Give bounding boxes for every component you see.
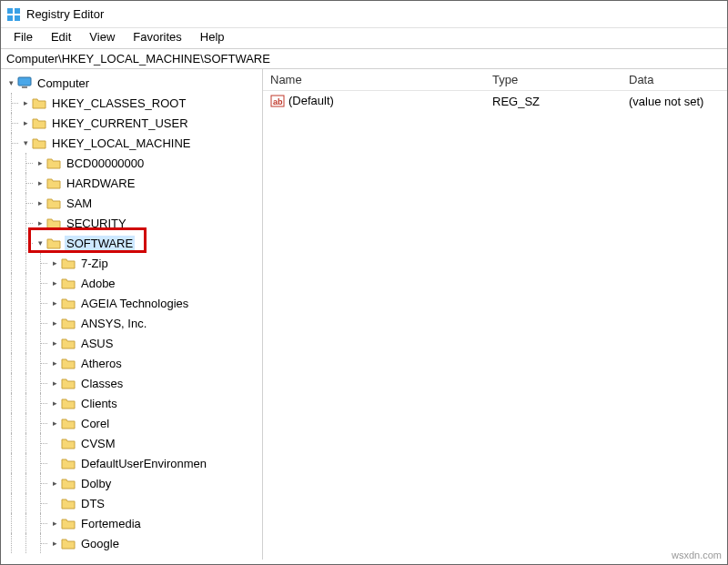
list-pane[interactable]: Name Type Data ab (Default) REG_SZ (valu…	[263, 69, 727, 560]
svg-rect-5	[22, 86, 27, 88]
window-title: Registry Editor	[26, 7, 104, 21]
folder-icon	[46, 236, 61, 250]
tree-pane[interactable]: ▾ Computer ▸	[1, 69, 263, 560]
menu-edit[interactable]: Edit	[44, 28, 78, 45]
tree-label: HKEY_LOCAL_MACHINE	[50, 136, 192, 151]
chevron-right-icon[interactable]: ▸	[48, 313, 61, 333]
folder-icon	[61, 376, 76, 390]
string-value-icon: ab	[270, 94, 285, 108]
tree-node-clients[interactable]: ▸Clients	[5, 393, 262, 413]
folder-icon	[61, 516, 76, 530]
tree-node-atheros[interactable]: ▸Atheros	[5, 353, 262, 373]
list-header[interactable]: Name Type Data	[263, 69, 727, 91]
chevron-right-icon[interactable]: ▸	[48, 273, 61, 293]
tree-label: HARDWARE	[65, 176, 136, 191]
regedit-app-icon	[6, 7, 21, 22]
tree-node-computer[interactable]: ▾ Computer	[5, 73, 262, 93]
expander-blank: ▸	[48, 493, 61, 513]
tree-node-fortemedia[interactable]: ▸Fortemedia	[5, 513, 262, 533]
tree-node-hkcr[interactable]: ▸ HKEY_CLASSES_ROOT	[5, 93, 262, 113]
chevron-right-icon[interactable]: ▸	[48, 413, 61, 433]
folder-icon	[61, 316, 76, 330]
tree-node-security[interactable]: ▸ SECURITY	[5, 213, 262, 233]
tree-node-ageia-technologies[interactable]: ▸AGEIA Technologies	[5, 293, 262, 313]
chevron-down-icon[interactable]: ▾	[5, 73, 17, 93]
chevron-right-icon[interactable]: ▸	[34, 193, 46, 213]
chevron-down-icon[interactable]: ▾	[19, 133, 32, 153]
chevron-right-icon[interactable]: ▸	[48, 513, 61, 533]
tree-node-dolby[interactable]: ▸Dolby	[5, 473, 262, 493]
folder-icon	[46, 216, 61, 230]
computer-icon	[17, 76, 32, 90]
list-row[interactable]: ab (Default) REG_SZ (value not set)	[263, 91, 727, 111]
value-data: (value not set)	[622, 95, 727, 108]
tree-node-software[interactable]: ▾ SOFTWARE	[5, 233, 262, 253]
tree-node-hkcu[interactable]: ▸ HKEY_CURRENT_USER	[5, 113, 262, 133]
title-bar: Registry Editor	[1, 1, 727, 28]
column-header-data[interactable]: Data	[622, 73, 727, 86]
folder-icon	[32, 96, 46, 110]
svg-rect-0	[7, 8, 13, 14]
tree-label: SOFTWARE	[65, 236, 135, 251]
chevron-right-icon[interactable]: ▸	[48, 293, 61, 313]
menu-help[interactable]: Help	[193, 28, 232, 45]
tree-node-dts[interactable]: ▸DTS	[5, 493, 262, 513]
chevron-right-icon[interactable]: ▸	[48, 393, 61, 413]
menu-file[interactable]: File	[6, 28, 40, 45]
chevron-right-icon[interactable]: ▸	[48, 373, 61, 393]
expander-blank: ▸	[48, 433, 61, 453]
chevron-right-icon[interactable]: ▸	[34, 153, 46, 173]
tree-node-asus[interactable]: ▸ASUS	[5, 333, 262, 353]
svg-rect-1	[15, 8, 20, 14]
chevron-right-icon[interactable]: ▸	[34, 173, 46, 193]
svg-rect-3	[15, 15, 20, 21]
column-header-name[interactable]: Name	[263, 73, 485, 86]
menu-view[interactable]: View	[82, 28, 122, 45]
chevron-right-icon[interactable]: ▸	[48, 333, 61, 353]
chevron-right-icon[interactable]: ▸	[34, 213, 46, 233]
tree-label: AGEIA Technologies	[79, 296, 190, 311]
tree-node-hardware[interactable]: ▸ HARDWARE	[5, 173, 262, 193]
tree-node-corel[interactable]: ▸Corel	[5, 413, 262, 433]
chevron-right-icon[interactable]: ▸	[48, 473, 61, 493]
chevron-right-icon[interactable]: ▸	[19, 93, 32, 113]
tree-node-google[interactable]: ▸Google	[5, 533, 262, 553]
folder-icon	[46, 196, 61, 210]
svg-rect-2	[7, 15, 13, 21]
tree-label: Google	[79, 536, 121, 551]
chevron-right-icon[interactable]: ▸	[48, 353, 61, 373]
chevron-right-icon[interactable]: ▸	[48, 253, 61, 273]
tree-node-bcd[interactable]: ▸ BCD00000000	[5, 153, 262, 173]
folder-icon	[61, 456, 76, 470]
svg-rect-4	[18, 77, 31, 86]
folder-icon	[32, 136, 46, 150]
chevron-down-icon[interactable]: ▾	[34, 233, 46, 253]
tree-node-cvsm[interactable]: ▸CVSM	[5, 433, 262, 453]
tree-label: Dolby	[79, 476, 113, 491]
tree-label: 7-Zip	[79, 256, 110, 271]
tree-label: Corel	[79, 416, 111, 431]
tree-node-adobe[interactable]: ▸Adobe	[5, 273, 262, 293]
address-bar[interactable]: Computer\HKEY_LOCAL_MACHINE\SOFTWARE	[1, 48, 727, 69]
tree-node-7-zip[interactable]: ▸7-Zip	[5, 253, 262, 273]
column-header-type[interactable]: Type	[485, 73, 622, 86]
tree-node-defaultuserenvironmen[interactable]: ▸DefaultUserEnvironmen	[5, 453, 262, 473]
tree-node-sam[interactable]: ▸ SAM	[5, 193, 262, 213]
tree-label: SECURITY	[65, 216, 128, 231]
value-type: REG_SZ	[485, 95, 622, 108]
folder-icon	[46, 156, 61, 170]
address-path: Computer\HKEY_LOCAL_MACHINE\SOFTWARE	[6, 52, 270, 66]
folder-icon	[61, 496, 76, 510]
tree-node-classes[interactable]: ▸Classes	[5, 373, 262, 393]
menu-favorites[interactable]: Favorites	[126, 28, 188, 45]
folder-icon	[61, 336, 76, 350]
value-name: (Default)	[288, 94, 334, 107]
tree-label: ASUS	[79, 336, 115, 351]
chevron-right-icon[interactable]: ▸	[19, 113, 32, 133]
chevron-right-icon[interactable]: ▸	[48, 533, 61, 553]
tree-node-hklm[interactable]: ▾ HKEY_LOCAL_MACHINE	[5, 133, 262, 153]
tree-node-ansys-inc-[interactable]: ▸ANSYS, Inc.	[5, 313, 262, 333]
tree-label: DefaultUserEnvironmen	[79, 456, 208, 471]
tree-label: HKEY_CURRENT_USER	[50, 116, 190, 131]
folder-icon	[61, 396, 76, 410]
